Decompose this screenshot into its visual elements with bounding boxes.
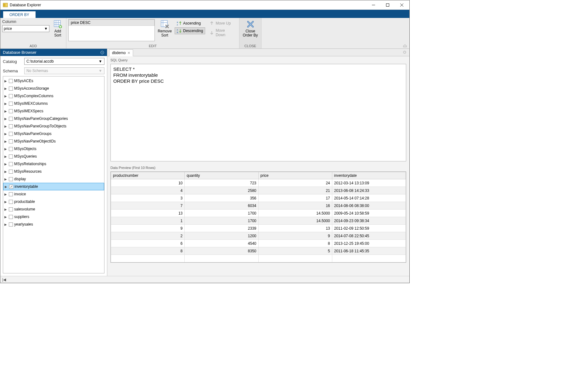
checkbox[interactable]: ✓ (9, 185, 13, 189)
checkbox[interactable] (9, 94, 13, 98)
expand-icon[interactable]: ▶ (4, 147, 8, 151)
sidebar-title: Database Browser (3, 50, 36, 55)
tree-node[interactable]: ▶MSysComplexColumns (3, 92, 104, 100)
tree-node[interactable]: ▶MSysNavPaneGroupToObjects (3, 122, 104, 130)
expand-icon[interactable]: ▶ (4, 193, 8, 196)
table-row[interactable]: 13170014.50002009-05-24 10:58:59 (111, 210, 406, 217)
tab-close-icon[interactable]: ✕ (127, 51, 130, 55)
view-options-icon[interactable] (402, 50, 407, 54)
close-button[interactable] (395, 1, 409, 9)
tree-node[interactable]: ▶MSysIMEXSpecs (3, 107, 104, 115)
expand-icon[interactable]: ▶ (4, 177, 8, 181)
add-sort-button[interactable]: Add Sort (51, 19, 64, 37)
tree-node[interactable]: ▶MSysNavPaneGroups (3, 130, 104, 137)
expand-icon[interactable]: ▶ (5, 185, 8, 188)
descending-button[interactable]: za Descending (175, 27, 205, 34)
checkbox[interactable] (9, 170, 13, 174)
expand-icon[interactable]: ▶ (4, 140, 8, 143)
checkbox[interactable] (9, 162, 13, 166)
table-row[interactable]: 8835052011-06-18 11:45:35 (111, 247, 406, 255)
expand-icon[interactable]: ▶ (4, 125, 8, 128)
ribbon-minimize-icon[interactable] (402, 44, 407, 47)
expand-icon[interactable]: ▶ (4, 102, 8, 105)
checkbox[interactable] (9, 102, 13, 106)
table-cell: 14.5000 (258, 210, 332, 217)
checkbox[interactable] (9, 192, 13, 196)
tree-node[interactable]: ▶MSysQueries (3, 153, 104, 160)
table-row[interactable]: 76034162014-08-06 08:38:00 (111, 202, 406, 210)
tree-node[interactable]: ▶MSysACEs (3, 77, 104, 85)
expand-icon[interactable]: ▶ (4, 117, 8, 120)
status-prev-icon[interactable]: |◀ (2, 277, 6, 282)
checkbox[interactable] (9, 222, 13, 227)
table-cell: 21 (258, 187, 332, 194)
checkbox[interactable] (9, 109, 13, 113)
table-row[interactable]: 3356172014-05-14 07:14:28 (111, 194, 406, 202)
tree-node[interactable]: ▶MSysResources (3, 168, 104, 175)
checkbox[interactable] (9, 117, 13, 121)
expand-icon[interactable]: ▶ (4, 200, 8, 204)
maximize-button[interactable] (380, 1, 395, 9)
table-row[interactable]: 42580212013-06-08 14:24:33 (111, 187, 406, 194)
minimize-button[interactable] (366, 1, 380, 9)
table-cell: 2339 (185, 225, 258, 232)
column-select[interactable]: price ▼ (2, 25, 49, 32)
table-row[interactable]: 1170014.50002014-09-23 09:38:34 (111, 217, 406, 225)
sidebar-minimize-icon[interactable] (100, 50, 104, 55)
checkbox[interactable] (9, 207, 13, 211)
remove-sort-button[interactable]: Remove Sort (157, 19, 173, 37)
column-header[interactable]: inventorydate (332, 172, 406, 179)
expand-icon[interactable]: ▶ (4, 87, 8, 90)
expand-icon[interactable]: ▶ (4, 162, 8, 166)
sort-list[interactable]: price DESC (68, 19, 155, 41)
column-header[interactable]: productnumber (111, 172, 185, 179)
checkbox[interactable] (9, 200, 13, 204)
sort-list-item[interactable]: price DESC (69, 20, 154, 26)
checkbox[interactable] (9, 147, 13, 151)
checkbox[interactable] (9, 87, 13, 91)
ribbon-tabstrip: ORDER BY (0, 10, 409, 18)
tab-orderby[interactable]: ORDER BY (3, 11, 36, 18)
tree-node[interactable]: ▶display (3, 175, 104, 183)
tree-node[interactable]: ▶MSysAccessStorage (3, 85, 104, 92)
column-header[interactable]: quantity (185, 172, 258, 179)
expand-icon[interactable]: ▶ (4, 94, 8, 98)
tree-node[interactable]: ▶MSysNavPaneGroupCategories (3, 115, 104, 122)
table-row[interactable]: 92339132011-02-09 12:50:59 (111, 225, 406, 232)
checkbox[interactable] (9, 177, 13, 181)
checkbox[interactable] (9, 215, 13, 219)
tree-node[interactable]: ▶MSysIMEXColumns (3, 100, 104, 107)
expand-icon[interactable]: ▶ (4, 170, 8, 173)
expand-icon[interactable]: ▶ (4, 223, 8, 226)
tree-node[interactable]: ▶MSysRelationships (3, 160, 104, 168)
checkbox[interactable] (9, 124, 13, 128)
table-row[interactable]: 6454082013-12-25 19:45:00 (111, 240, 406, 247)
table-tree[interactable]: ▶MSysACEs▶MSysAccessStorage▶MSysComplexC… (3, 76, 104, 273)
tree-node[interactable]: ▶producttable (3, 198, 104, 205)
tree-node[interactable]: ▶MSysNavPaneObjectIDs (3, 137, 104, 145)
tree-node[interactable]: ▶salesvolume (3, 205, 104, 213)
expand-icon[interactable]: ▶ (4, 155, 8, 158)
checkbox[interactable] (9, 132, 13, 136)
expand-icon[interactable]: ▶ (4, 79, 8, 83)
tree-node[interactable]: ▶invoice (3, 190, 104, 198)
catalog-select[interactable]: C:\tutorial.accdb ▼ (24, 58, 104, 65)
tree-node[interactable]: ▶yearlysales (3, 221, 104, 228)
expand-icon[interactable]: ▶ (4, 109, 8, 113)
tab-dbdemo[interactable]: dbdemo ✕ (109, 49, 133, 56)
close-orderby-button[interactable]: Close Order By (241, 19, 259, 37)
tree-node[interactable]: ▶suppliers (3, 213, 104, 221)
expand-icon[interactable]: ▶ (4, 132, 8, 136)
expand-icon[interactable]: ▶ (4, 208, 8, 211)
ascending-button[interactable]: az Ascending (175, 20, 205, 27)
column-header[interactable]: price (258, 172, 332, 179)
table-row[interactable]: 2120092014-07-08 22:50:45 (111, 232, 406, 240)
checkbox[interactable] (9, 79, 13, 83)
expand-icon[interactable]: ▶ (4, 215, 8, 219)
checkbox[interactable] (9, 139, 13, 143)
sql-query-input[interactable]: SELECT * FROM inventorytable ORDER BY pr… (110, 64, 406, 161)
tree-node[interactable]: ▶✓inventorytable (3, 183, 104, 190)
tree-node[interactable]: ▶MSysObjects (3, 145, 104, 153)
table-row[interactable]: 10723242012-03-14 13:13:09 (111, 179, 406, 187)
checkbox[interactable] (9, 154, 13, 159)
